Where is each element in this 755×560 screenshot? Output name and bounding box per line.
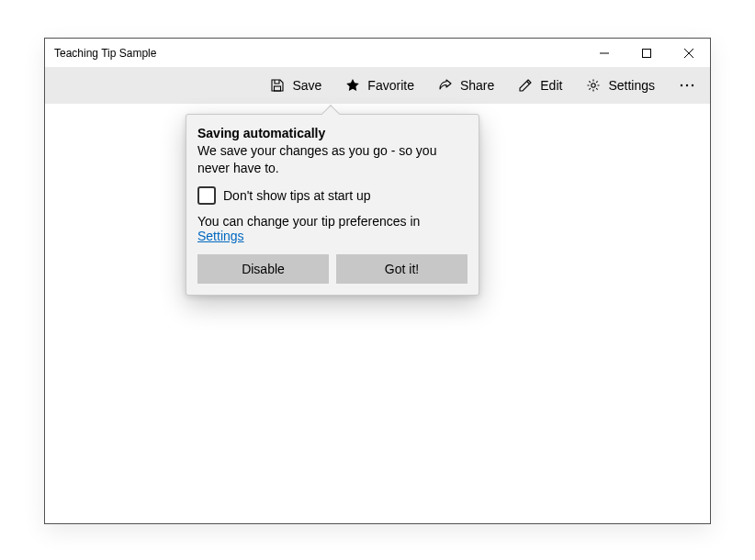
save-button[interactable]: Save xyxy=(261,73,331,98)
share-button[interactable]: Share xyxy=(429,73,503,98)
tip-checkbox-label: Don't show tips at start up xyxy=(223,188,371,203)
tip-title: Saving automatically xyxy=(197,126,468,140)
tip-subtitle: We save your changes as you go - so you … xyxy=(197,142,468,177)
share-label: Share xyxy=(460,78,494,93)
teaching-tip: Saving automatically We save your change… xyxy=(186,114,479,296)
favorite-button[interactable]: Favorite xyxy=(336,73,423,98)
tip-buttons: Disable Got it! xyxy=(197,254,468,284)
share-icon xyxy=(438,78,453,93)
svg-point-7 xyxy=(681,84,682,86)
svg-rect-1 xyxy=(643,49,651,57)
more-button[interactable] xyxy=(670,78,704,93)
maximize-icon xyxy=(642,49,651,58)
tip-footer: You can change your tip preferences in S… xyxy=(197,214,468,243)
command-bar: Save Favorite Share Edit xyxy=(45,67,710,104)
tip-beak xyxy=(321,105,340,123)
edit-button[interactable]: Edit xyxy=(509,73,571,98)
tip-checkbox[interactable] xyxy=(197,186,216,205)
titlebar: Teaching Tip Sample xyxy=(45,39,710,67)
svg-point-9 xyxy=(692,84,693,86)
settings-button[interactable]: Settings xyxy=(577,73,664,98)
more-icon xyxy=(680,84,694,87)
svg-point-6 xyxy=(592,84,595,87)
content-area: Saving automatically We save your change… xyxy=(45,104,710,523)
close-button[interactable] xyxy=(668,39,710,67)
svg-rect-4 xyxy=(275,86,281,91)
settings-label: Settings xyxy=(608,78,655,93)
save-icon xyxy=(270,78,285,93)
tip-close-button[interactable]: Got it! xyxy=(336,254,468,284)
star-icon xyxy=(345,78,360,93)
gear-icon xyxy=(586,78,601,93)
minimize-icon xyxy=(600,49,609,58)
tip-action-button[interactable]: Disable xyxy=(197,254,329,284)
svg-point-8 xyxy=(686,84,688,86)
save-label: Save xyxy=(292,78,321,93)
edit-label: Edit xyxy=(540,78,562,93)
svg-line-5 xyxy=(527,82,530,84)
window-title: Teaching Tip Sample xyxy=(54,47,156,60)
pencil-icon xyxy=(518,78,533,93)
minimize-button[interactable] xyxy=(583,39,625,67)
tip-footer-prefix: You can change your tip preferences in xyxy=(197,214,420,229)
tip-settings-link[interactable]: Settings xyxy=(197,229,244,243)
tip-checkbox-row: Don't show tips at start up xyxy=(197,186,468,205)
favorite-label: Favorite xyxy=(367,78,414,93)
window-controls xyxy=(583,39,710,67)
app-window: Teaching Tip Sample xyxy=(44,38,711,524)
maximize-button[interactable] xyxy=(625,39,668,67)
close-icon xyxy=(684,49,693,58)
